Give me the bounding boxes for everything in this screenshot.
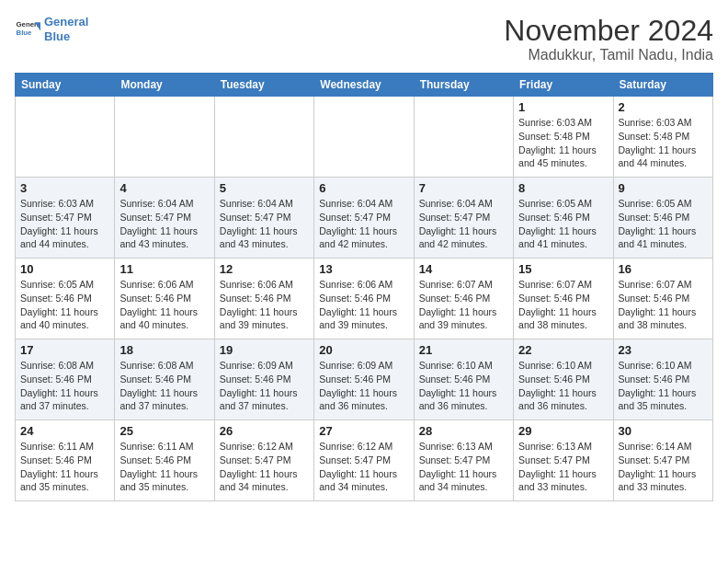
day-info: Sunrise: 6:08 AM Sunset: 5:46 PM Dayligh… — [119, 359, 209, 413]
day-info: Sunrise: 6:08 AM Sunset: 5:46 PM Dayligh… — [20, 359, 109, 413]
day-info: Sunrise: 6:09 AM Sunset: 5:46 PM Dayligh… — [319, 359, 408, 413]
day-info: Sunrise: 6:07 AM Sunset: 5:46 PM Dayligh… — [619, 278, 708, 332]
day-info: Sunrise: 6:12 AM Sunset: 5:47 PM Dayligh… — [319, 440, 408, 494]
calendar-header-wednesday: Wednesday — [314, 74, 414, 97]
calendar-cell: 22Sunrise: 6:10 AM Sunset: 5:46 PM Dayli… — [514, 339, 613, 420]
calendar-table: SundayMondayTuesdayWednesdayThursdayFrid… — [15, 73, 713, 501]
logo-icon: General Blue — [15, 17, 40, 42]
calendar-cell: 18Sunrise: 6:08 AM Sunset: 5:46 PM Dayli… — [115, 339, 214, 420]
calendar-cell: 5Sunrise: 6:04 AM Sunset: 5:47 PM Daylig… — [214, 178, 313, 259]
calendar-cell: 6Sunrise: 6:04 AM Sunset: 5:47 PM Daylig… — [314, 178, 414, 259]
calendar-cell: 27Sunrise: 6:12 AM Sunset: 5:47 PM Dayli… — [314, 420, 414, 501]
day-number: 10 — [20, 262, 109, 276]
day-number: 30 — [619, 424, 708, 438]
calendar-cell: 11Sunrise: 6:06 AM Sunset: 5:46 PM Dayli… — [115, 259, 214, 339]
day-info: Sunrise: 6:14 AM Sunset: 5:47 PM Dayligh… — [619, 440, 708, 494]
calendar-week-row: 10Sunrise: 6:05 AM Sunset: 5:46 PM Dayli… — [16, 259, 713, 339]
day-info: Sunrise: 6:05 AM Sunset: 5:46 PM Dayligh… — [20, 278, 109, 332]
day-number: 13 — [319, 262, 408, 276]
calendar-cell: 25Sunrise: 6:11 AM Sunset: 5:46 PM Dayli… — [115, 420, 214, 501]
day-number: 8 — [518, 181, 608, 195]
calendar-cell: 21Sunrise: 6:10 AM Sunset: 5:46 PM Dayli… — [414, 339, 513, 420]
day-info: Sunrise: 6:06 AM Sunset: 5:46 PM Dayligh… — [319, 278, 408, 332]
day-number: 9 — [619, 181, 708, 195]
day-info: Sunrise: 6:04 AM Sunset: 5:47 PM Dayligh… — [119, 197, 209, 251]
day-info: Sunrise: 6:13 AM Sunset: 5:47 PM Dayligh… — [518, 440, 608, 494]
calendar-cell: 16Sunrise: 6:07 AM Sunset: 5:46 PM Dayli… — [613, 259, 712, 339]
calendar-cell: 30Sunrise: 6:14 AM Sunset: 5:47 PM Dayli… — [613, 420, 712, 501]
day-number: 18 — [119, 343, 209, 357]
calendar-week-row: 24Sunrise: 6:11 AM Sunset: 5:46 PM Dayli… — [16, 420, 713, 501]
day-info: Sunrise: 6:13 AM Sunset: 5:47 PM Dayligh… — [419, 440, 508, 494]
day-number: 28 — [419, 424, 508, 438]
day-number: 23 — [619, 343, 708, 357]
day-info: Sunrise: 6:12 AM Sunset: 5:47 PM Dayligh… — [220, 440, 309, 494]
day-number: 22 — [518, 343, 608, 357]
day-number: 6 — [319, 181, 408, 195]
calendar-cell: 28Sunrise: 6:13 AM Sunset: 5:47 PM Dayli… — [414, 420, 513, 501]
calendar-header-row: SundayMondayTuesdayWednesdayThursdayFrid… — [16, 74, 713, 97]
day-number: 17 — [20, 343, 109, 357]
day-number: 7 — [419, 181, 508, 195]
day-number: 25 — [119, 424, 209, 438]
calendar-week-row: 1Sunrise: 6:03 AM Sunset: 5:48 PM Daylig… — [16, 97, 713, 178]
day-info: Sunrise: 6:03 AM Sunset: 5:48 PM Dayligh… — [518, 116, 608, 170]
calendar-cell — [214, 97, 313, 178]
day-info: Sunrise: 6:03 AM Sunset: 5:48 PM Dayligh… — [619, 116, 708, 170]
day-info: Sunrise: 6:07 AM Sunset: 5:46 PM Dayligh… — [518, 278, 608, 332]
calendar-header-monday: Monday — [115, 74, 214, 97]
calendar-cell: 29Sunrise: 6:13 AM Sunset: 5:47 PM Dayli… — [514, 420, 613, 501]
calendar-cell: 26Sunrise: 6:12 AM Sunset: 5:47 PM Dayli… — [214, 420, 313, 501]
day-info: Sunrise: 6:05 AM Sunset: 5:46 PM Dayligh… — [518, 197, 608, 251]
calendar-header-saturday: Saturday — [613, 74, 712, 97]
calendar-cell: 12Sunrise: 6:06 AM Sunset: 5:46 PM Dayli… — [214, 259, 313, 339]
calendar-cell — [314, 97, 414, 178]
calendar-cell: 7Sunrise: 6:04 AM Sunset: 5:47 PM Daylig… — [414, 178, 513, 259]
day-number: 5 — [220, 181, 309, 195]
calendar-header-friday: Friday — [514, 74, 613, 97]
day-number: 21 — [419, 343, 508, 357]
day-number: 11 — [119, 262, 209, 276]
day-info: Sunrise: 6:11 AM Sunset: 5:46 PM Dayligh… — [20, 440, 109, 494]
day-info: Sunrise: 6:05 AM Sunset: 5:46 PM Dayligh… — [619, 197, 708, 251]
calendar-cell — [115, 97, 214, 178]
location-title: Madukkur, Tamil Nadu, India — [504, 47, 713, 63]
page-header: General Blue GeneralBlue November 2024 M… — [15, 15, 713, 63]
calendar-week-row: 17Sunrise: 6:08 AM Sunset: 5:46 PM Dayli… — [16, 339, 713, 420]
calendar-cell: 23Sunrise: 6:10 AM Sunset: 5:46 PM Dayli… — [613, 339, 712, 420]
calendar-cell — [414, 97, 513, 178]
day-number: 16 — [619, 262, 708, 276]
day-number: 15 — [518, 262, 608, 276]
day-info: Sunrise: 6:07 AM Sunset: 5:46 PM Dayligh… — [419, 278, 508, 332]
logo-text: GeneralBlue — [44, 15, 88, 43]
calendar-cell — [16, 97, 115, 178]
day-info: Sunrise: 6:04 AM Sunset: 5:47 PM Dayligh… — [220, 197, 309, 251]
month-title: November 2024 — [504, 15, 713, 47]
calendar-cell: 15Sunrise: 6:07 AM Sunset: 5:46 PM Dayli… — [514, 259, 613, 339]
day-number: 14 — [419, 262, 508, 276]
day-number: 2 — [619, 100, 708, 114]
calendar-cell: 9Sunrise: 6:05 AM Sunset: 5:46 PM Daylig… — [613, 178, 712, 259]
calendar-header-tuesday: Tuesday — [214, 74, 313, 97]
day-info: Sunrise: 6:04 AM Sunset: 5:47 PM Dayligh… — [319, 197, 408, 251]
svg-text:Blue: Blue — [17, 29, 33, 37]
day-info: Sunrise: 6:09 AM Sunset: 5:46 PM Dayligh… — [220, 359, 309, 413]
day-number: 12 — [220, 262, 309, 276]
day-info: Sunrise: 6:10 AM Sunset: 5:46 PM Dayligh… — [619, 359, 708, 413]
day-number: 19 — [220, 343, 309, 357]
calendar-header-thursday: Thursday — [414, 74, 513, 97]
calendar-cell: 17Sunrise: 6:08 AM Sunset: 5:46 PM Dayli… — [16, 339, 115, 420]
logo: General Blue GeneralBlue — [15, 15, 88, 43]
day-number: 27 — [319, 424, 408, 438]
day-info: Sunrise: 6:04 AM Sunset: 5:47 PM Dayligh… — [419, 197, 508, 251]
calendar-cell: 1Sunrise: 6:03 AM Sunset: 5:48 PM Daylig… — [514, 97, 613, 178]
day-info: Sunrise: 6:10 AM Sunset: 5:46 PM Dayligh… — [518, 359, 608, 413]
calendar-cell: 20Sunrise: 6:09 AM Sunset: 5:46 PM Dayli… — [314, 339, 414, 420]
day-number: 1 — [518, 100, 608, 114]
calendar-cell: 2Sunrise: 6:03 AM Sunset: 5:48 PM Daylig… — [613, 97, 712, 178]
calendar-cell: 24Sunrise: 6:11 AM Sunset: 5:46 PM Dayli… — [16, 420, 115, 501]
day-info: Sunrise: 6:11 AM Sunset: 5:46 PM Dayligh… — [119, 440, 209, 494]
day-info: Sunrise: 6:03 AM Sunset: 5:47 PM Dayligh… — [20, 197, 109, 251]
day-info: Sunrise: 6:06 AM Sunset: 5:46 PM Dayligh… — [119, 278, 209, 332]
calendar-cell: 19Sunrise: 6:09 AM Sunset: 5:46 PM Dayli… — [214, 339, 313, 420]
